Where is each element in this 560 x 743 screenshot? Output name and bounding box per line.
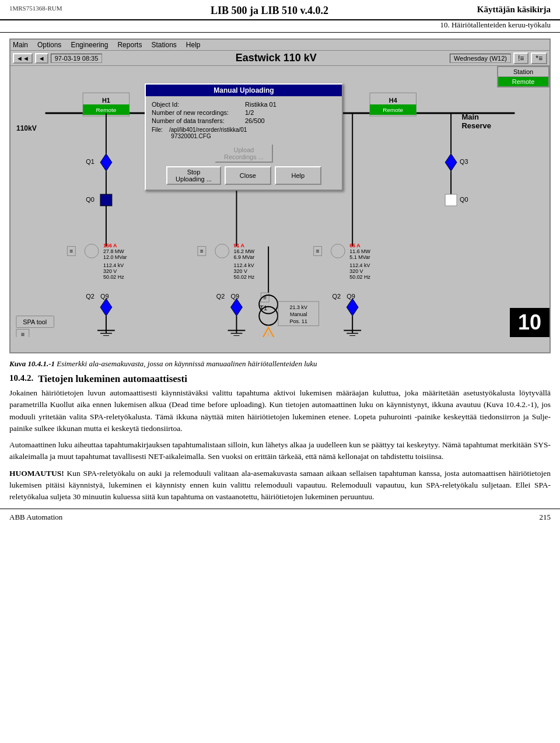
svg-text:50.02 Hz: 50.02 Hz	[234, 274, 255, 280]
svg-text:Q9: Q9	[100, 293, 109, 300]
svg-text:Q0: Q0	[86, 196, 94, 203]
svg-text:H1: H1	[102, 97, 110, 104]
dialog-recordings-value: 1/2	[245, 109, 254, 116]
body-paragraph-3: HUOMAUTUS! Kun SPA-reletyökalu on auki j…	[9, 468, 551, 503]
dialog-recordings-row: Number of new recordings: 1/2	[152, 109, 336, 116]
chapter-number: 10	[510, 308, 550, 337]
footer-page: 215	[540, 513, 551, 522]
doc-id: 1MRS751368-RUM	[9, 5, 62, 12]
svg-rect-13	[100, 194, 112, 206]
huomautus-label: HUOMAUTUS!	[9, 469, 64, 478]
svg-marker-67	[445, 154, 457, 171]
svg-text:91 A: 91 A	[234, 243, 245, 248]
svg-text:Q9: Q9	[231, 293, 240, 300]
svg-text:Q1: Q1	[86, 158, 94, 165]
screenshot-container: Main Options Engineering Reports Station…	[9, 38, 551, 353]
diagram-area: Station Remote 110kV Main Reserve H1 Rem…	[10, 66, 550, 337]
close-button[interactable]: Close	[225, 166, 271, 185]
caption-section: Kuva 10.4.1.-1	[9, 359, 55, 368]
menu-reports[interactable]: Reports	[117, 41, 142, 49]
svg-text:Remote: Remote	[383, 107, 403, 113]
svg-text:65 A: 65 A	[349, 243, 360, 248]
svg-text:21.3 kV: 21.3 kV	[290, 304, 307, 310]
menu-help[interactable]: Help	[186, 41, 201, 49]
day-display: Wednesday (W12)	[450, 54, 511, 63]
menu-options[interactable]: Options	[37, 41, 61, 49]
menu-main[interactable]: Main	[13, 41, 28, 49]
svg-point-18	[85, 244, 99, 258]
help-button[interactable]: Help	[275, 166, 321, 185]
menubar: Main Options Engineering Reports Station…	[10, 40, 550, 51]
dialog-manual-uploading: Manual Uploading Object Id: Ristikka 01 …	[145, 83, 343, 191]
section-number: 10.4.2.	[9, 373, 33, 385]
dialog-object-label: Object Id:	[152, 101, 245, 108]
svg-text:112.4 kV: 112.4 kV	[234, 262, 254, 268]
svg-text:12.0 MVar: 12.0 MVar	[103, 254, 127, 260]
svg-text:Remote: Remote	[96, 107, 117, 113]
toolbar: ◄◄ ◄ 97-03-19 08:35 Eastwick 110 kV Wedn…	[10, 51, 550, 66]
huomautus-text: Kun SPA-reletyökalu on auki ja relemoduu…	[9, 469, 551, 502]
svg-text:≡: ≡	[21, 331, 24, 337]
dialog-recordings-label: Number of new recordings:	[152, 109, 245, 116]
svg-text:Q0: Q0	[460, 196, 468, 203]
svg-point-35	[215, 244, 229, 258]
icon-button-1[interactable]: !≡	[513, 52, 528, 64]
footer-company: ABB Automation	[9, 513, 62, 522]
svg-marker-10	[100, 154, 112, 171]
section-header: 10.4.2. Tietojen lukeminen automaattises…	[9, 373, 551, 385]
svg-text:T1: T1	[260, 304, 267, 311]
svg-rect-70	[445, 194, 457, 206]
svg-text:11.6 MW: 11.6 MW	[349, 248, 370, 254]
svg-text:320 V: 320 V	[234, 268, 247, 274]
menu-stations[interactable]: Stations	[151, 41, 176, 49]
svg-text:320 V: 320 V	[349, 268, 363, 274]
dialog-transfers-row: Number of data transfers: 26/500	[152, 117, 336, 124]
body-paragraph-2: Automaattinen luku aiheuttaa tapahtumaki…	[9, 439, 551, 463]
section-title: Tietojen lukeminen automaattisesti	[38, 373, 187, 385]
caption-description: Esimerkki ala-asemakuvasta, jossa on käy…	[57, 359, 317, 368]
dialog-buttons: StopUploading ... Close Help	[152, 166, 336, 185]
svg-text:Q2: Q2	[216, 293, 225, 300]
upload-recordings-button[interactable]: UploadRecordings ...	[215, 144, 273, 163]
svg-text:Q2: Q2	[332, 293, 341, 300]
svg-text:SPA tool: SPA tool	[23, 318, 47, 325]
dialog-transfers-value: 26/500	[245, 117, 265, 124]
doc-subtitle: 10. Häiriötallenteiden keruu-työkalu	[0, 20, 560, 33]
stop-uploading-button[interactable]: StopUploading ...	[166, 166, 221, 185]
svg-text:50.02 Hz: 50.02 Hz	[349, 274, 370, 280]
body-paragraph-1: Jokainen häiriötietojen luvun automaatti…	[9, 387, 551, 434]
svg-text:≡: ≡	[200, 248, 204, 254]
dialog-title: Manual Uploading	[146, 85, 342, 96]
dialog-body: Object Id: Ristikka 01 Number of new rec…	[146, 96, 342, 190]
svg-text:H4: H4	[389, 97, 397, 104]
svg-text:156 A: 156 A	[103, 243, 117, 248]
dialog-file-path: File: /apl/lib401/recorder/ristikka/01 9…	[152, 127, 336, 139]
dialog-object-value: Ristikka 01	[245, 101, 276, 108]
svg-text:320 V: 320 V	[103, 268, 117, 274]
svg-text:16.2 MW: 16.2 MW	[234, 248, 255, 254]
svg-text:!: !	[268, 332, 269, 337]
svg-text:Manual: Manual	[290, 311, 307, 317]
document-footer: ABB Automation 215	[0, 509, 560, 525]
svg-text:Pos. 11: Pos. 11	[290, 318, 307, 324]
nav-prev-button[interactable]: ◄	[35, 53, 48, 64]
svg-point-52	[331, 244, 345, 258]
icon-button-2[interactable]: *≡	[531, 52, 547, 64]
doc-title: LIB 500 ja LIB 510 v.4.0.2	[211, 5, 328, 17]
svg-text:50.02 Hz: 50.02 Hz	[103, 274, 124, 280]
svg-text:≡: ≡	[316, 248, 320, 254]
menu-engineering[interactable]: Engineering	[71, 41, 108, 49]
subtitle-text: 10. Häiriötallenteiden keruu-työkalu	[440, 20, 551, 30]
svg-text:Q9: Q9	[346, 293, 355, 300]
svg-text:27.8 MW: 27.8 MW	[103, 248, 124, 254]
nav-prev-prev-button[interactable]: ◄◄	[13, 53, 33, 64]
svg-text:5.1 MVar: 5.1 MVar	[349, 254, 370, 260]
svg-marker-61	[346, 299, 358, 316]
svg-text:6.9 MVar: 6.9 MVar	[234, 254, 255, 260]
svg-text:Q2: Q2	[86, 293, 94, 300]
station-name: Eastwick 110 kV	[104, 52, 447, 64]
dialog-object-row: Object Id: Ristikka 01	[152, 101, 336, 108]
svg-text:112.4 kV: 112.4 kV	[103, 262, 124, 268]
chapter-title: Käyttäjän käsikirja	[477, 5, 551, 15]
document-header: 1MRS751368-RUM LIB 500 ja LIB 510 v.4.0.…	[0, 0, 560, 20]
